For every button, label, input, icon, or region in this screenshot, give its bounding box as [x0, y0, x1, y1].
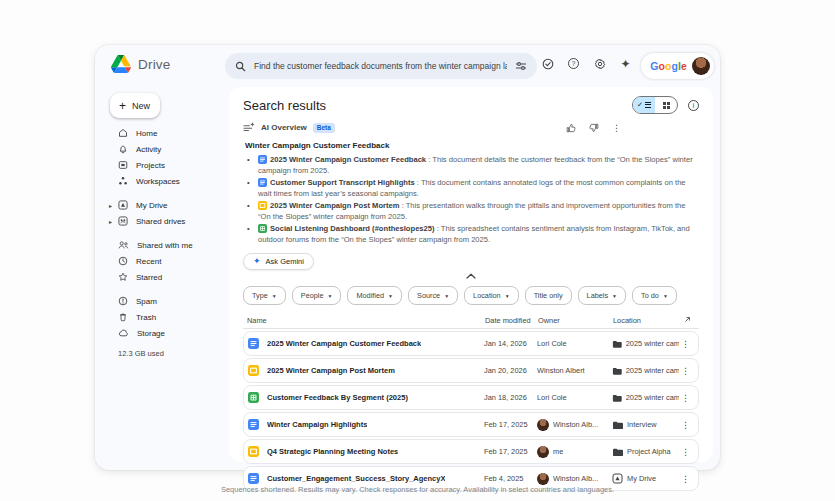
row-menu-icon[interactable]: ⋮ [679, 474, 692, 484]
date-modified: Feb 4, 2025 [484, 474, 537, 483]
sidebar-item-workspaces[interactable]: Workspaces [110, 173, 229, 189]
list-view-icon [645, 102, 651, 108]
sidebar-item-recent[interactable]: Recent [110, 253, 229, 269]
location-name: Project Alpha [627, 447, 671, 456]
column-header-owner[interactable]: Owner [538, 316, 613, 325]
sidebar-item-home[interactable]: Home [110, 125, 229, 141]
docs-file-icon [248, 473, 259, 484]
chevron-down-icon: ▼ [663, 293, 668, 299]
table-row[interactable]: 2025 Winter Campaign Customer Feedback J… [243, 331, 699, 356]
ai-bullet: Social Listening Dashboard (#ontheslopes… [243, 223, 699, 245]
file-link[interactable]: Social Listening Dashboard (#ontheslopes… [270, 224, 435, 233]
file-link[interactable]: Customer Support Transcript Highlights [270, 178, 415, 187]
sidebar-item-activity[interactable]: Activity [110, 141, 229, 157]
search-input[interactable] [254, 61, 507, 71]
file-name: Customer_Engagement_Success_Story_Agency… [267, 474, 445, 483]
sidebar-item-label: Trash [136, 313, 156, 322]
file-link[interactable]: 2025 Winter Campaign Post Mortem [270, 201, 399, 210]
table-header: Name Date modified Owner Location [243, 312, 699, 329]
column-header-name[interactable]: Name [247, 316, 485, 325]
disclaimer-text: Sequences shortened. Results may vary. C… [0, 485, 835, 494]
column-header-location[interactable]: Location [613, 316, 680, 325]
help-icon[interactable]: ? [567, 57, 580, 70]
sidebar-item-label: Workspaces [136, 177, 180, 186]
drive-home-link[interactable]: Drive [111, 55, 171, 73]
date-modified: Jan 18, 2026 [484, 393, 537, 402]
table-row[interactable]: Q4 Strategic Planning Meeting Notes Feb … [243, 439, 699, 464]
file-link[interactable]: 2025 Winter Campaign Customer Feedback [270, 155, 426, 164]
new-button[interactable]: + New [110, 93, 160, 118]
collapse-chevron-icon[interactable] [466, 273, 476, 279]
sidebar-item-projects[interactable]: Projects [110, 157, 229, 173]
chevron-down-icon: ▼ [388, 293, 393, 299]
location-name: Interview [627, 420, 657, 429]
file-name: Q4 Strategic Planning Meeting Notes [267, 447, 398, 456]
filter-chip-location[interactable]: Location▼ [464, 286, 519, 305]
sidebar-item-label: Storage [137, 329, 165, 338]
chevron-down-icon: ▼ [612, 293, 617, 299]
ask-gemini-button[interactable]: ✦ Ask Gemini [243, 253, 314, 270]
spam-icon [118, 296, 128, 306]
sidebar-item-my-drive[interactable]: ▸ My Drive [110, 197, 229, 213]
docs-file-icon [258, 155, 267, 164]
search-bar[interactable] [225, 53, 537, 79]
filter-chip-source[interactable]: Source▼ [408, 286, 458, 305]
list-view-button[interactable]: ✓ [633, 97, 655, 113]
date-modified: Jan 14, 2026 [484, 339, 537, 348]
sidebar-item-shared-drives[interactable]: ▸ Shared drives [110, 213, 229, 229]
filter-chip-labels[interactable]: Labels▼ [578, 286, 626, 305]
row-menu-icon[interactable]: ⋮ [679, 420, 692, 430]
table-row[interactable]: Winter Campaign Highlights Feb 17, 2025 … [243, 412, 699, 437]
location-name: 2025 winter cam... [626, 339, 679, 348]
table-row[interactable]: 2025 Winter Campaign Post Mortem Jan 20,… [243, 358, 699, 383]
sidebar-item-spam[interactable]: Spam [110, 293, 229, 309]
grid-view-icon [663, 102, 670, 109]
gemini-sparkle-icon[interactable]: ✦ [619, 57, 632, 70]
location-name: 2025 winter cam... [626, 366, 679, 375]
sidebar-item-label: Projects [136, 161, 165, 170]
search-options-icon[interactable] [515, 61, 527, 71]
shared-drives-icon [118, 216, 128, 226]
row-menu-icon[interactable]: ⋮ [679, 366, 692, 376]
columns-options-icon[interactable] [683, 316, 691, 324]
file-name: 2025 Winter Campaign Post Mortem [267, 366, 395, 375]
projects-icon [118, 160, 128, 170]
account-pill[interactable]: Google [641, 53, 714, 79]
table-row[interactable]: Customer Feedback By Segment (2025) Jan … [243, 385, 699, 410]
info-icon[interactable]: i [688, 100, 699, 111]
workspaces-icon [118, 176, 128, 186]
sidebar-item-label: Shared drives [136, 217, 185, 226]
ai-overview-menu-icon[interactable]: ⋮ [612, 123, 621, 133]
storage-used-text: 12.3 GB used [110, 349, 229, 358]
filter-chip-type[interactable]: Type▼ [243, 286, 286, 305]
filter-chip-todo[interactable]: To do▼ [632, 286, 677, 305]
cloud-icon [118, 328, 129, 338]
filter-chip-people[interactable]: People▼ [292, 286, 342, 305]
user-avatar[interactable] [692, 57, 710, 75]
settings-gear-icon[interactable] [593, 57, 606, 70]
sidebar-item-shared-with-me[interactable]: Shared with me [110, 237, 229, 253]
offline-status-icon[interactable] [541, 57, 554, 70]
ai-overview-bullets: 2025 Winter Campaign Customer Feedback :… [243, 154, 699, 245]
thumbs-up-icon[interactable] [566, 123, 576, 133]
expand-caret-icon[interactable]: ▸ [109, 218, 112, 225]
owner-name: Lori Cole [537, 393, 567, 402]
docs-file-icon [258, 178, 267, 187]
filter-chip-title-only[interactable]: Title only [525, 286, 572, 305]
row-menu-icon[interactable]: ⋮ [679, 393, 692, 403]
sidebar-item-storage[interactable]: Storage [110, 325, 229, 341]
ask-gemini-label: Ask Gemini [266, 257, 304, 266]
sidebar-item-trash[interactable]: Trash [110, 309, 229, 325]
filter-chip-modified[interactable]: Modified▼ [347, 286, 402, 305]
sidebar-item-starred[interactable]: Starred [110, 269, 229, 285]
date-modified: Jan 20, 2026 [484, 366, 537, 375]
grid-view-button[interactable] [655, 97, 677, 113]
thumbs-down-icon[interactable] [589, 123, 599, 133]
plus-icon: + [119, 100, 126, 112]
docs-file-icon [248, 338, 259, 349]
row-menu-icon[interactable]: ⋮ [679, 447, 692, 457]
chevron-down-icon: ▼ [444, 293, 449, 299]
column-header-date[interactable]: Date modified [485, 316, 538, 325]
expand-caret-icon[interactable]: ▸ [109, 202, 112, 209]
row-menu-icon[interactable]: ⋮ [679, 339, 692, 349]
